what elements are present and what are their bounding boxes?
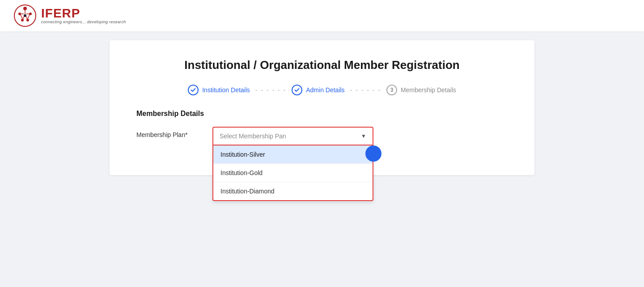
page-wrapper: IFERP connecting engineers... developing… [0, 0, 644, 287]
header: IFERP connecting engineers... developing… [0, 0, 644, 31]
logo-tagline: connecting engineers... developing resea… [41, 20, 126, 24]
svg-point-1 [23, 7, 27, 10]
option-institution-diamond[interactable]: Institution-Diamond [213, 182, 373, 200]
svg-line-13 [28, 15, 30, 19]
logo-container: IFERP connecting engineers... developing… [13, 4, 126, 27]
dropdown-options-list: Institution-Silver Institution-Gold Inst… [212, 146, 373, 201]
step-dots-1: - - - - - - [255, 86, 286, 94]
logo-i: I [41, 6, 45, 20]
membership-plan-row: Membership Plan* Select Membership Pan ▼… [136, 127, 508, 146]
logo-text: IFERP connecting engineers... developing… [41, 7, 126, 24]
logo-icon [13, 4, 37, 27]
membership-plan-select[interactable]: Select Membership Pan ▼ [212, 127, 373, 146]
step1-done-icon [188, 85, 199, 95]
option-institution-gold[interactable]: Institution-Gold [213, 164, 373, 182]
membership-plan-dropdown-wrapper: Select Membership Pan ▼ Institution-Silv… [212, 127, 373, 146]
main-card: Institutional / Organizational Member Re… [110, 40, 534, 175]
chevron-down-icon: ▼ [361, 133, 366, 139]
step-admin-details[interactable]: Admin Details [292, 85, 344, 95]
steps-row: Institution Details - - - - - - Admin De… [136, 85, 508, 95]
dropdown-placeholder: Select Membership Pan [220, 133, 286, 140]
section-heading: Membership Details [136, 110, 508, 118]
scroll-nav-button[interactable] [365, 146, 381, 162]
step2-done-icon [292, 85, 302, 95]
step2-label: Admin Details [306, 86, 344, 94]
step3-label: Membership Details [401, 86, 456, 94]
option-institution-silver[interactable]: Institution-Silver [213, 146, 373, 164]
membership-plan-label: Membership Plan* [136, 127, 199, 138]
svg-line-10 [23, 16, 24, 19]
step3-num-icon: 3 [386, 85, 397, 95]
svg-line-11 [26, 16, 27, 19]
svg-point-4 [21, 19, 24, 21]
svg-point-5 [26, 19, 29, 21]
page-title: Institutional / Organizational Member Re… [136, 58, 508, 72]
step-dots-2: - - - - - - [350, 86, 381, 94]
logo-name: IFERP [41, 7, 126, 20]
svg-line-12 [21, 15, 22, 19]
step-institution-details[interactable]: Institution Details [188, 85, 250, 95]
step1-label: Institution Details [202, 86, 250, 94]
step-membership-details[interactable]: 3 Membership Details [386, 85, 456, 95]
